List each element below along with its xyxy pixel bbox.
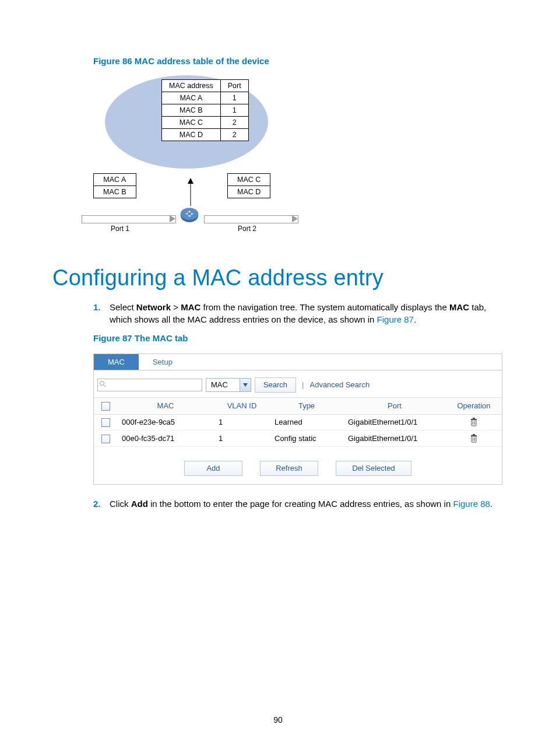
port1-flow-arrow — [82, 215, 176, 223]
svg-rect-10 — [471, 419, 477, 420]
search-box — [97, 379, 202, 391]
step-text: Click — [110, 499, 131, 509]
figure-86-diagram: MAC address Port MAC A1 MAC B1 MAC C2 MA… — [105, 75, 291, 243]
port2-flow-arrow — [204, 215, 298, 223]
section-heading: Configuring a MAC address entry — [52, 265, 504, 290]
cell-port: GigabitEthernet1/0/1 — [343, 414, 446, 430]
mac-table-cell: 2 — [220, 129, 248, 141]
bottom-buttons: Add Refresh Del Selected — [94, 447, 502, 484]
bold-mac: MAC — [181, 302, 200, 312]
arrow-up-icon — [188, 178, 193, 206]
delete-icon[interactable] — [470, 434, 478, 443]
cell-mac: 000f-e23e-9ca5 — [117, 414, 214, 430]
tab-mac[interactable]: MAC — [94, 354, 139, 370]
col-vlan[interactable]: VLAN ID — [214, 397, 270, 414]
step-number: 1. — [93, 301, 101, 313]
figure-87-link[interactable]: Figure 87 — [377, 314, 414, 324]
cell-vlan: 1 — [214, 430, 270, 447]
port1-label: Port 1 — [111, 225, 129, 233]
add-button[interactable]: Add — [184, 461, 242, 476]
delete-icon[interactable] — [470, 418, 478, 427]
refresh-button[interactable]: Refresh — [260, 461, 318, 476]
tab-setup[interactable]: Setup — [139, 354, 186, 370]
step-text: from the navigation tree. The system aut… — [200, 302, 449, 312]
port2-mac: MAC C — [228, 174, 270, 186]
mac-table-header-address: MAC address — [162, 80, 221, 92]
del-selected-button[interactable]: Del Selected — [336, 461, 411, 476]
svg-rect-14 — [471, 436, 476, 442]
mac-table-cell: MAC B — [162, 104, 221, 117]
table-header-row: MAC VLAN ID Type Port Operation — [94, 397, 502, 414]
mac-table-cell: MAC C — [162, 117, 221, 129]
port2-mac: MAC D — [228, 186, 270, 198]
step-number: 2. — [93, 498, 101, 510]
search-button[interactable]: Search — [255, 377, 296, 393]
table-row: 000f-e23e-9ca5 1 Learned GigabitEthernet… — [94, 414, 502, 430]
search-row: MAC Search | Advanced Search — [94, 370, 502, 397]
mac-entries-table: MAC VLAN ID Type Port Operation 000f-e23… — [94, 397, 502, 447]
content-area: Figure 86 MAC address table of the devic… — [52, 56, 504, 516]
col-mac[interactable]: MAC — [117, 397, 214, 414]
page-number: 90 — [0, 715, 556, 724]
search-field-select[interactable]: MAC — [206, 378, 251, 392]
mac-table-header-port: Port — [220, 80, 248, 92]
device-ellipse-wrap: MAC address Port MAC A1 MAC B1 MAC C2 MA… — [105, 75, 291, 169]
port1-mac: MAC A — [94, 174, 136, 186]
cell-vlan: 1 — [214, 414, 270, 430]
figure-87-caption: Figure 87 The MAC tab — [93, 333, 504, 343]
select-value: MAC — [206, 380, 240, 389]
svg-marker-5 — [292, 215, 298, 222]
advanced-search-link[interactable]: Advanced Search — [309, 380, 370, 389]
svg-line-7 — [104, 385, 105, 387]
bold-mac-tab: MAC — [449, 302, 469, 312]
port1-macs-box: MAC A MAC B — [93, 173, 136, 198]
steps-list: 1. Select Network > MAC from the navigat… — [93, 301, 504, 326]
mac-table-cell: MAC A — [162, 92, 221, 104]
mac-table-cell: 1 — [220, 104, 248, 117]
select-all-checkbox[interactable] — [101, 402, 110, 411]
step-text: . — [414, 314, 416, 324]
row-checkbox[interactable] — [101, 418, 110, 427]
search-icon — [99, 380, 106, 389]
mac-tab-panel: MAC Setup MAC Search | — [93, 354, 502, 485]
svg-rect-16 — [473, 434, 475, 435]
svg-marker-4 — [170, 215, 175, 222]
step-text: > — [171, 302, 181, 312]
mac-table-cell: MAC D — [162, 129, 221, 141]
col-port[interactable]: Port — [343, 397, 446, 414]
bold-add: Add — [131, 499, 148, 509]
col-type[interactable]: Type — [270, 397, 343, 414]
search-input[interactable] — [97, 379, 202, 391]
cell-port: GigabitEthernet1/0/1 — [343, 430, 446, 447]
tabbar-fill — [186, 354, 502, 370]
figure-88-link[interactable]: Figure 88 — [453, 499, 490, 509]
col-operation: Operation — [446, 397, 502, 414]
svg-point-3 — [181, 208, 199, 219]
lower-diagram: MAC A MAC B MAC C MAC D — [105, 173, 291, 243]
cell-mac: 00e0-fc35-dc71 — [117, 430, 214, 447]
port1-mac: MAC B — [94, 186, 136, 198]
svg-point-6 — [100, 381, 104, 385]
port2-label: Port 2 — [238, 225, 256, 233]
tab-bar: MAC Setup — [94, 354, 502, 370]
page: Figure 86 MAC address table of the devic… — [0, 0, 556, 756]
mac-table-cell: 1 — [220, 92, 248, 104]
chevron-down-icon — [240, 379, 251, 391]
row-checkbox[interactable] — [101, 435, 110, 443]
step-1: 1. Select Network > MAC from the navigat… — [93, 301, 504, 326]
select-all-header — [94, 397, 117, 414]
mac-table-cell: 2 — [220, 117, 248, 129]
cell-type: Config static — [270, 430, 343, 447]
router-icon — [180, 205, 199, 225]
step-text: . — [490, 499, 492, 509]
step-text: Select — [110, 302, 136, 312]
svg-marker-1 — [188, 178, 193, 184]
svg-marker-8 — [243, 383, 248, 387]
bold-network: Network — [136, 302, 171, 312]
figure-86-caption: Figure 86 MAC address table of the devic… — [93, 56, 504, 66]
svg-rect-9 — [471, 420, 476, 426]
step-2: 2. Click Add in the bottom to enter the … — [93, 498, 504, 510]
svg-rect-15 — [471, 435, 477, 436]
table-row: 00e0-fc35-dc71 1 Config static GigabitEt… — [94, 430, 502, 447]
port2-macs-box: MAC C MAC D — [227, 173, 270, 198]
